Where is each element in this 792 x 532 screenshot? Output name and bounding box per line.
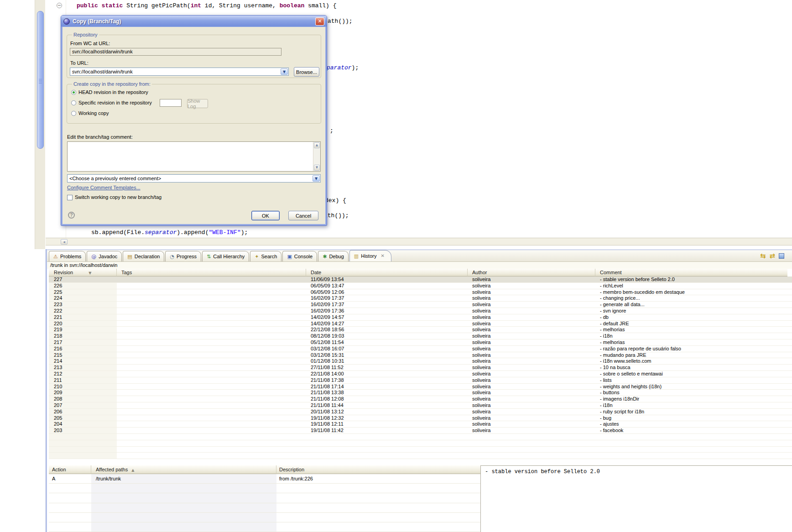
cancel-button[interactable]: Cancel xyxy=(288,211,318,220)
tab-call-hierarchy[interactable]: ⇅Call Hierarchy xyxy=(202,251,249,261)
history-row[interactable]: 21327/11/08 11:52soliveira- 10 na busca xyxy=(49,365,792,371)
ok-button[interactable]: OK xyxy=(251,211,280,220)
comment-textarea[interactable]: ▲ ▼ xyxy=(67,141,321,172)
radio-specific-revision[interactable] xyxy=(71,100,76,105)
history-row[interactable]: 22606/05/09 13:47soliveira- richLevel xyxy=(49,283,792,289)
scroll-left-icon[interactable]: ◂ xyxy=(61,239,68,245)
cell: 215 xyxy=(49,352,117,358)
history-row[interactable]: 21121/11/08 17:38soliveira- lists xyxy=(49,377,792,384)
code-fragment[interactable]: ath()); xyxy=(324,212,349,219)
comment-scrollbar[interactable]: ▲ ▼ xyxy=(313,142,320,171)
cell: from /trunk:226 xyxy=(276,474,480,483)
chevron-down-icon[interactable]: ▼ xyxy=(313,175,320,182)
history-row[interactable]: 21222/11/08 14:00soliveira- sobre o sell… xyxy=(49,371,792,377)
cell: soliveira xyxy=(468,302,595,308)
column-header-date[interactable]: Date xyxy=(306,269,468,276)
cell: 06/05/09 13:47 xyxy=(306,283,468,289)
code-fragment[interactable]: parator); xyxy=(327,64,359,72)
cell: 218 xyxy=(49,333,117,339)
cell: 211 xyxy=(49,377,117,383)
refresh-icon[interactable]: ⇄ xyxy=(770,252,776,260)
tab-search[interactable]: ✦Search xyxy=(250,251,281,261)
tab-label: Progress xyxy=(177,254,197,259)
column-header-tags[interactable]: Tags xyxy=(117,269,306,276)
column-header-author[interactable]: Author xyxy=(468,269,595,276)
browse-button[interactable]: Browse... xyxy=(294,67,319,77)
tab-history[interactable]: ▥History✕ xyxy=(349,250,391,261)
history-row[interactable]: 20620/11/08 13:12soliveira- ruby script … xyxy=(49,409,792,415)
cell: 21/11/08 11:44 xyxy=(306,402,468,408)
revision-comment-pane[interactable]: - stable version before Selleto 2.0 xyxy=(480,465,792,532)
debug-icon: ✱ xyxy=(323,254,327,259)
cell xyxy=(117,321,306,327)
link-with-editor-icon[interactable]: ⇆ xyxy=(760,252,766,260)
switch-working-copy-checkbox[interactable] xyxy=(67,195,73,200)
cell: - default JRE xyxy=(595,321,787,327)
previous-comment-combo[interactable]: <Choose a previously entered comment> ▼ xyxy=(67,174,321,183)
tab-progress[interactable]: ◔Progress xyxy=(165,251,201,261)
vertical-scrollbar-thumb[interactable] xyxy=(37,11,44,149)
tab-problems[interactable]: ⚠Problems xyxy=(49,251,86,261)
history-row[interactable]: 21503/12/08 15:31soliveira- mudando para… xyxy=(49,352,792,359)
history-row[interactable]: 21021/11/08 17:14soliveira- weights and … xyxy=(49,384,792,390)
cell: 222 xyxy=(49,308,117,314)
column-header-affected-paths[interactable]: Affected paths▲ xyxy=(91,465,276,474)
cell: - svn ignore xyxy=(595,308,787,314)
code-fragment[interactable]: ath()); xyxy=(328,18,353,25)
history-row[interactable]: 20821/11/08 12:08soliveira- imagens i18n… xyxy=(49,396,792,402)
code-fragment[interactable]: ; xyxy=(330,127,333,135)
scroll-down-icon[interactable]: ▼ xyxy=(314,165,320,171)
show-log-button[interactable]: Show Log xyxy=(187,99,208,108)
history-row[interactable]: 21705/12/08 11:54soliveira- melhorias xyxy=(49,339,792,346)
history-row[interactable]: 20519/11/08 12:32soliveira- bug xyxy=(49,415,792,422)
cell: 16/02/09 17:37 xyxy=(306,295,468,301)
pin-view-icon[interactable] xyxy=(779,253,784,259)
code-line-append[interactable]: sb.append(File.separator).append("WEB-IN… xyxy=(91,229,248,236)
history-row[interactable]: 22216/02/09 17:36soliveira- svn ignore xyxy=(49,308,792,314)
history-row[interactable]: 20419/11/08 12:11soliveira- ajustes xyxy=(49,421,792,428)
history-row[interactable]: 21922/12/08 18:56soliveira- melhorias xyxy=(49,327,792,333)
history-row[interactable]: 22416/02/09 17:37soliveira- changing pri… xyxy=(49,295,792,302)
tab-declaration[interactable]: ▤Declaration xyxy=(123,251,164,261)
editor-horizontal-scrollbar[interactable]: ◂ xyxy=(46,238,792,245)
tab-javadoc[interactable]: @Javadoc xyxy=(87,251,122,261)
scroll-up-icon[interactable]: ▲ xyxy=(314,142,320,148)
configure-comment-templates-link[interactable]: Configure Comment Templates... xyxy=(67,185,141,190)
left-rail xyxy=(35,0,45,249)
code-line-signature[interactable]: public static String getPicPath(int id, … xyxy=(77,2,337,10)
column-header-comment[interactable]: Comment xyxy=(595,269,787,276)
revision-number-field[interactable] xyxy=(160,99,182,107)
history-row[interactable]: 21603/12/08 16:07soliveira- razão para r… xyxy=(49,346,792,352)
history-row[interactable]: 21401/12/08 10:31soliveira- i18n www.sel… xyxy=(49,358,792,365)
history-row[interactable]: 21808/12/08 19:03soliveira- i18n xyxy=(49,333,792,339)
code-fold-icon[interactable]: − xyxy=(57,3,62,8)
radio-working-copy[interactable] xyxy=(71,111,76,116)
radio-head-revision-label: HEAD revision in the repository xyxy=(78,89,148,95)
history-row[interactable]: 22316/02/09 17:37soliveira- generate all… xyxy=(49,302,792,308)
history-row[interactable]: 22711/06/09 13:54soliveira- stable versi… xyxy=(49,276,792,283)
help-icon[interactable]: ? xyxy=(68,212,75,219)
column-header-description[interactable]: Description xyxy=(276,465,480,474)
chevron-down-icon[interactable]: ▼ xyxy=(281,68,288,75)
history-row[interactable]: 22014/02/09 14:27soliveira- default JRE xyxy=(49,321,792,327)
cell xyxy=(117,390,306,396)
cell: soliveira xyxy=(468,409,595,415)
history-row[interactable]: 20921/11/08 13:38soliveira- buttons xyxy=(49,390,792,396)
affected-path-row[interactable]: A/trunk/trunkfrom /trunk:226 xyxy=(49,474,480,484)
from-url-field[interactable]: svn://localhost/darwin/trunk xyxy=(70,48,281,56)
cell: 204 xyxy=(49,421,117,427)
history-row[interactable]: 22506/05/09 12:06soliveira- membro bem-s… xyxy=(49,289,792,296)
history-row[interactable]: 20319/11/08 11:42soliveira- facebook xyxy=(49,428,792,434)
tab-debug[interactable]: ✱Debug xyxy=(318,251,349,261)
column-header-action[interactable]: Action xyxy=(49,465,91,474)
close-icon[interactable]: ✕ xyxy=(380,254,384,258)
close-button[interactable]: ✕ xyxy=(315,17,324,26)
history-row[interactable]: 22114/02/09 14:57soliveira- db xyxy=(49,314,792,321)
tab-console[interactable]: ▣Console xyxy=(282,251,317,261)
column-header-revision[interactable]: Revision▼ xyxy=(49,269,117,276)
code-fragment[interactable]: dex) { xyxy=(325,197,346,204)
history-row[interactable]: 20721/11/08 11:44soliveira- i18n xyxy=(49,402,792,409)
radio-head-revision[interactable] xyxy=(71,90,76,95)
to-url-combo[interactable]: svn://localhost/darwin/trunk ▼ xyxy=(70,68,289,76)
dialog-titlebar[interactable]: Copy (Branch/Tag) ✕ xyxy=(61,16,327,27)
